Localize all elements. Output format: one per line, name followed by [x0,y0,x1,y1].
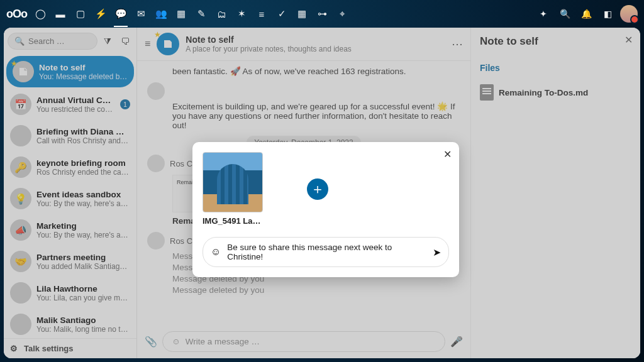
contacts-icon[interactable]: 👥 [152,4,170,23]
notes-icon[interactable]: ✎ [192,4,211,23]
topbar-right: ✦ 🔍 🔔 ◧ [535,5,638,23]
activity-icon[interactable]: ⚡ [91,4,110,23]
tasks-icon[interactable]: ✓ [272,4,291,23]
maps-icon[interactable]: ⌖ [333,4,352,23]
photos-icon[interactable]: ▢ [71,4,90,23]
tables-icon[interactable]: ▦ [292,4,311,23]
notifications-icon[interactable]: 🔔 [577,5,595,23]
upload-thumbnail[interactable]: IMG_5491 Large.… [203,152,263,226]
add-file-button[interactable]: ＋ [307,178,328,200]
send-icon[interactable]: ➤ [433,246,441,258]
modal-message-input[interactable]: ☺ Be sure to share this message next wee… [203,237,449,267]
files-icon[interactable]: ▬ [51,4,70,23]
calendar-icon[interactable]: ▦ [172,4,191,23]
search-icon[interactable]: 🔍 [556,5,574,23]
contacts-menu-icon[interactable]: ◧ [599,5,616,23]
passwords-icon[interactable]: ⊶ [313,4,331,23]
mail-icon[interactable]: ✉ [131,4,150,23]
deck-icon[interactable]: 🗂 [212,4,231,23]
talk-icon[interactable]: 💬 [111,4,130,23]
dashboard-icon[interactable]: ◯ [31,4,50,23]
app-nav: ◯ ▬ ▢ ⚡ 💬 ✉ 👥 ▦ ✎ 🗂 ✶ ≡ ✓ ▦ ⊶ ⌖ [31,4,352,23]
emoji-icon[interactable]: ☺ [211,246,221,258]
modal-message-text: Be sure to share this message next week … [227,243,426,261]
upload-modal: ✕ IMG_5491 Large.… ＋ ☺ Be sure to share … [192,142,459,277]
thumbnail-caption: IMG_5491 Large.… [203,216,263,226]
thumbnail-image [203,152,263,212]
app-shell: 🔍 Search … ⧩ 🗨 ★ Note to selfYou: Messag… [4,28,640,358]
nextcloud-logo[interactable]: oOo [6,8,27,21]
tasks-list-icon[interactable]: ≡ [252,4,271,23]
top-bar: oOo ◯ ▬ ▢ ⚡ 💬 ✉ 👥 ▦ ✎ 🗂 ✶ ≡ ✓ ▦ ⊶ ⌖ ✦ 🔍 … [0,0,644,28]
close-icon[interactable]: ✕ [443,148,452,160]
assistant-icon[interactable]: ✦ [535,5,552,23]
forms-icon[interactable]: ✶ [232,4,251,23]
user-avatar[interactable] [620,5,638,23]
